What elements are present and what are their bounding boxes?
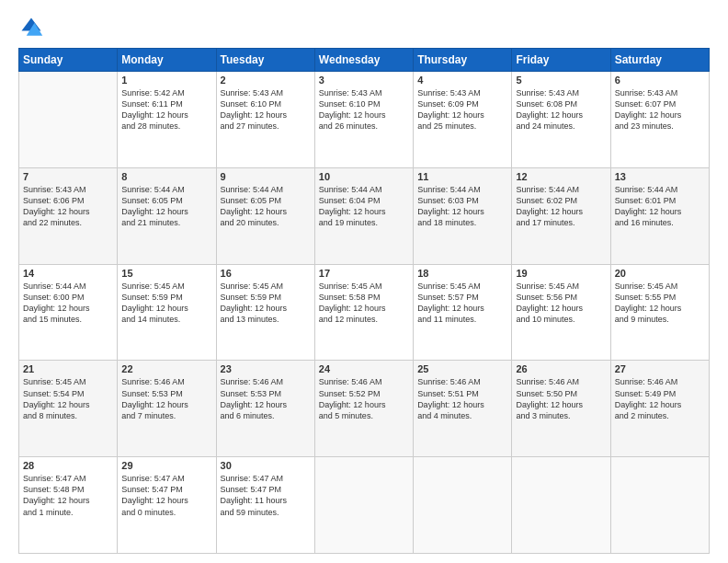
cell-info: Sunrise: 5:45 AMSunset: 5:57 PMDaylight:… xyxy=(417,281,507,326)
day-number: 24 xyxy=(319,363,409,374)
calendar-cell: 26Sunrise: 5:46 AMSunset: 5:50 PMDayligh… xyxy=(512,361,610,457)
calendar-cell: 23Sunrise: 5:46 AMSunset: 5:53 PMDayligh… xyxy=(216,361,314,457)
weekday-saturday: Saturday xyxy=(610,49,709,72)
day-number: 4 xyxy=(417,75,507,86)
calendar-cell: 16Sunrise: 5:45 AMSunset: 5:59 PMDayligh… xyxy=(216,264,314,361)
day-number: 27 xyxy=(615,363,705,374)
calendar-cell: 20Sunrise: 5:45 AMSunset: 5:55 PMDayligh… xyxy=(610,264,709,361)
calendar-cell: 24Sunrise: 5:46 AMSunset: 5:52 PMDayligh… xyxy=(314,361,413,457)
day-number: 19 xyxy=(516,268,606,279)
weekday-thursday: Thursday xyxy=(414,49,512,72)
cell-info: Sunrise: 5:42 AMSunset: 6:11 PMDaylight:… xyxy=(121,87,211,132)
cell-info: Sunrise: 5:46 AMSunset: 5:52 PMDaylight:… xyxy=(319,376,409,421)
cell-info: Sunrise: 5:47 AMSunset: 5:47 PMDaylight:… xyxy=(121,473,211,518)
cell-info: Sunrise: 5:44 AMSunset: 6:01 PMDaylight:… xyxy=(615,184,705,229)
weekday-monday: Monday xyxy=(118,49,216,72)
weekday-friday: Friday xyxy=(512,49,610,72)
calendar-cell xyxy=(610,457,709,554)
calendar-cell: 1Sunrise: 5:42 AMSunset: 6:11 PMDaylight… xyxy=(118,72,216,168)
cell-info: Sunrise: 5:44 AMSunset: 6:02 PMDaylight:… xyxy=(516,184,606,229)
calendar-cell: 30Sunrise: 5:47 AMSunset: 5:47 PMDayligh… xyxy=(216,457,314,554)
day-number: 22 xyxy=(121,363,211,374)
calendar-cell: 10Sunrise: 5:44 AMSunset: 6:04 PMDayligh… xyxy=(314,167,413,264)
logo-icon xyxy=(18,15,44,40)
cell-info: Sunrise: 5:43 AMSunset: 6:06 PMDaylight:… xyxy=(23,184,113,229)
cell-info: Sunrise: 5:45 AMSunset: 5:56 PMDaylight:… xyxy=(516,281,606,326)
week-row-1: 1Sunrise: 5:42 AMSunset: 6:11 PMDaylight… xyxy=(19,72,710,168)
cell-info: Sunrise: 5:44 AMSunset: 6:00 PMDaylight:… xyxy=(23,281,113,326)
calendar-cell: 11Sunrise: 5:44 AMSunset: 6:03 PMDayligh… xyxy=(414,167,512,264)
cell-info: Sunrise: 5:43 AMSunset: 6:10 PMDaylight:… xyxy=(221,87,311,132)
cell-info: Sunrise: 5:44 AMSunset: 6:03 PMDaylight:… xyxy=(417,184,507,229)
calendar-cell xyxy=(314,457,413,554)
day-number: 11 xyxy=(417,171,507,182)
page: SundayMondayTuesdayWednesdayThursdayFrid… xyxy=(0,0,728,563)
weekday-header-row: SundayMondayTuesdayWednesdayThursdayFrid… xyxy=(19,49,710,72)
cell-info: Sunrise: 5:43 AMSunset: 6:09 PMDaylight:… xyxy=(417,87,507,132)
cell-info: Sunrise: 5:46 AMSunset: 5:51 PMDaylight:… xyxy=(417,376,507,421)
day-number: 8 xyxy=(121,171,211,182)
day-number: 9 xyxy=(221,171,311,182)
calendar-table: SundayMondayTuesdayWednesdayThursdayFrid… xyxy=(18,48,710,554)
week-row-5: 28Sunrise: 5:47 AMSunset: 5:48 PMDayligh… xyxy=(19,457,710,554)
calendar-cell xyxy=(512,457,610,554)
day-number: 13 xyxy=(615,171,705,182)
day-number: 7 xyxy=(23,171,113,182)
calendar-cell: 27Sunrise: 5:46 AMSunset: 5:49 PMDayligh… xyxy=(610,361,709,457)
cell-info: Sunrise: 5:44 AMSunset: 6:05 PMDaylight:… xyxy=(121,184,211,229)
week-row-3: 14Sunrise: 5:44 AMSunset: 6:00 PMDayligh… xyxy=(19,264,710,361)
day-number: 5 xyxy=(516,75,606,86)
cell-info: Sunrise: 5:44 AMSunset: 6:05 PMDaylight:… xyxy=(221,184,311,229)
day-number: 10 xyxy=(319,171,409,182)
cell-info: Sunrise: 5:45 AMSunset: 5:59 PMDaylight:… xyxy=(121,281,211,326)
day-number: 1 xyxy=(121,75,211,86)
day-number: 20 xyxy=(615,268,705,279)
cell-info: Sunrise: 5:45 AMSunset: 5:54 PMDaylight:… xyxy=(23,376,113,421)
weekday-sunday: Sunday xyxy=(19,49,118,72)
calendar-cell: 14Sunrise: 5:44 AMSunset: 6:00 PMDayligh… xyxy=(19,264,118,361)
calendar-cell: 7Sunrise: 5:43 AMSunset: 6:06 PMDaylight… xyxy=(19,167,118,264)
cell-info: Sunrise: 5:46 AMSunset: 5:49 PMDaylight:… xyxy=(615,376,705,421)
day-number: 3 xyxy=(319,75,409,86)
cell-info: Sunrise: 5:46 AMSunset: 5:53 PMDaylight:… xyxy=(221,376,311,421)
calendar-cell xyxy=(414,457,512,554)
calendar-cell xyxy=(19,72,118,168)
calendar-cell: 18Sunrise: 5:45 AMSunset: 5:57 PMDayligh… xyxy=(414,264,512,361)
day-number: 14 xyxy=(23,268,113,279)
calendar-cell: 6Sunrise: 5:43 AMSunset: 6:07 PMDaylight… xyxy=(610,72,709,168)
calendar-cell: 29Sunrise: 5:47 AMSunset: 5:47 PMDayligh… xyxy=(118,457,216,554)
cell-info: Sunrise: 5:44 AMSunset: 6:04 PMDaylight:… xyxy=(319,184,409,229)
day-number: 16 xyxy=(221,268,311,279)
cell-info: Sunrise: 5:43 AMSunset: 6:08 PMDaylight:… xyxy=(516,87,606,132)
day-number: 15 xyxy=(121,268,211,279)
day-number: 12 xyxy=(516,171,606,182)
weekday-wednesday: Wednesday xyxy=(314,49,413,72)
weekday-tuesday: Tuesday xyxy=(216,49,314,72)
day-number: 28 xyxy=(23,460,113,471)
day-number: 29 xyxy=(121,460,211,471)
calendar-cell: 28Sunrise: 5:47 AMSunset: 5:48 PMDayligh… xyxy=(19,457,118,554)
calendar-cell: 17Sunrise: 5:45 AMSunset: 5:58 PMDayligh… xyxy=(314,264,413,361)
calendar-cell: 22Sunrise: 5:46 AMSunset: 5:53 PMDayligh… xyxy=(118,361,216,457)
day-number: 17 xyxy=(319,268,409,279)
calendar-cell: 15Sunrise: 5:45 AMSunset: 5:59 PMDayligh… xyxy=(118,264,216,361)
cell-info: Sunrise: 5:45 AMSunset: 5:59 PMDaylight:… xyxy=(221,281,311,326)
cell-info: Sunrise: 5:47 AMSunset: 5:48 PMDaylight:… xyxy=(23,473,113,518)
cell-info: Sunrise: 5:45 AMSunset: 5:58 PMDaylight:… xyxy=(319,281,409,326)
day-number: 23 xyxy=(221,363,311,374)
day-number: 21 xyxy=(23,363,113,374)
cell-info: Sunrise: 5:45 AMSunset: 5:55 PMDaylight:… xyxy=(615,281,705,326)
calendar-cell: 8Sunrise: 5:44 AMSunset: 6:05 PMDaylight… xyxy=(118,167,216,264)
week-row-4: 21Sunrise: 5:45 AMSunset: 5:54 PMDayligh… xyxy=(19,361,710,457)
calendar-cell: 21Sunrise: 5:45 AMSunset: 5:54 PMDayligh… xyxy=(19,361,118,457)
cell-info: Sunrise: 5:46 AMSunset: 5:50 PMDaylight:… xyxy=(516,376,606,421)
header xyxy=(18,15,710,40)
calendar-cell: 25Sunrise: 5:46 AMSunset: 5:51 PMDayligh… xyxy=(414,361,512,457)
calendar-cell: 19Sunrise: 5:45 AMSunset: 5:56 PMDayligh… xyxy=(512,264,610,361)
logo xyxy=(18,15,46,40)
cell-info: Sunrise: 5:47 AMSunset: 5:47 PMDaylight:… xyxy=(221,473,311,518)
calendar-cell: 12Sunrise: 5:44 AMSunset: 6:02 PMDayligh… xyxy=(512,167,610,264)
calendar-cell: 4Sunrise: 5:43 AMSunset: 6:09 PMDaylight… xyxy=(414,72,512,168)
cell-info: Sunrise: 5:43 AMSunset: 6:10 PMDaylight:… xyxy=(319,87,409,132)
day-number: 18 xyxy=(417,268,507,279)
